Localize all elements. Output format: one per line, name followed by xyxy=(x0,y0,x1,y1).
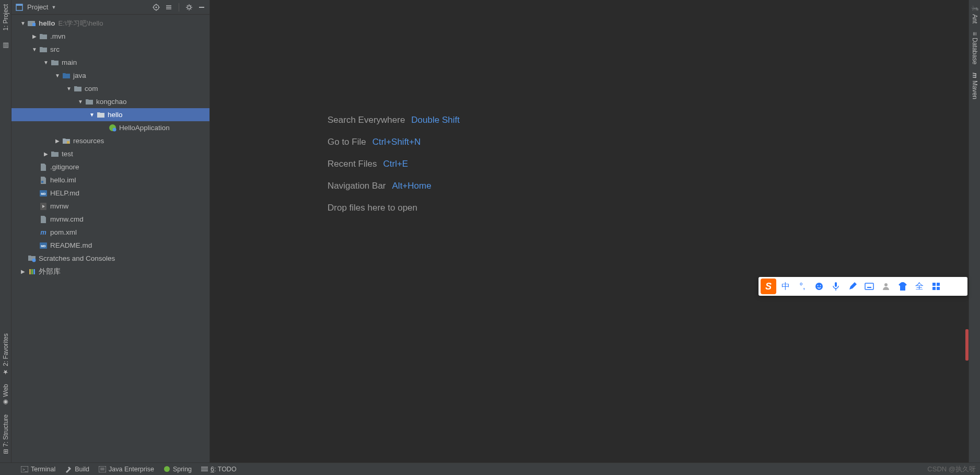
project-tree[interactable]: ▼ hello E:\学习吧\hello ▶ .mvn ▼ src ▼ main… xyxy=(11,15,209,462)
tree-main[interactable]: ▼ main xyxy=(11,56,209,69)
javaee-tool[interactable]: Java Enterprise xyxy=(99,466,154,473)
tree-label: src xyxy=(50,45,60,53)
tree-label: hello.iml xyxy=(50,176,76,184)
scrollbar-marker[interactable] xyxy=(965,329,969,361)
file-icon xyxy=(39,215,48,224)
chevron-down-icon[interactable]: ▼ xyxy=(76,99,85,105)
hint-recent: Recent Files Ctrl+E xyxy=(328,159,460,169)
target-icon[interactable] xyxy=(151,3,161,12)
todo-icon xyxy=(201,466,208,472)
tree-label: kongchao xyxy=(96,98,127,106)
tree-kongchao[interactable]: ▼ kongchao xyxy=(11,95,209,108)
maven-tool-tab[interactable]: m Maven xyxy=(970,68,979,103)
folder-icon xyxy=(39,45,48,54)
structure-icon: ⊞ xyxy=(2,449,9,454)
minimize-icon[interactable] xyxy=(197,3,206,12)
package-icon xyxy=(73,84,83,94)
favorites-tool-label: 2: Favorites xyxy=(2,333,9,366)
tree-label: pom.xml xyxy=(50,228,77,236)
favorites-tool-tab[interactable]: ★ 2: Favorites xyxy=(1,329,10,380)
chevron-down-icon[interactable]: ▼ xyxy=(19,20,27,26)
ime-keyboard-button[interactable] xyxy=(862,279,877,294)
javaee-label: Java Enterprise xyxy=(109,466,154,473)
tree-hello-app[interactable]: HelloApplication xyxy=(11,121,209,134)
tree-test[interactable]: ▶ test xyxy=(11,147,209,160)
chevron-down-icon[interactable]: ▼ xyxy=(51,5,56,10)
tree-label: test xyxy=(62,150,73,158)
project-panel-title[interactable]: Project xyxy=(27,3,48,11)
sogou-logo-icon[interactable]: S xyxy=(761,279,776,294)
tree-external[interactable]: ▶ 外部库 xyxy=(11,265,209,278)
ime-lang-button[interactable]: 中 xyxy=(778,279,793,294)
chevron-down-icon[interactable]: ▼ xyxy=(65,86,73,91)
ime-emoji-button[interactable] xyxy=(812,279,826,294)
project-tool-tab[interactable]: 1: Project xyxy=(1,0,10,35)
ime-skin-button[interactable] xyxy=(895,279,910,294)
ime-toolbar[interactable]: S 中 °, 全 xyxy=(759,277,967,296)
tree-iml[interactable]: hello.iml xyxy=(11,173,209,187)
chevron-down-icon[interactable]: ▼ xyxy=(42,60,50,65)
package-icon xyxy=(85,97,94,107)
maven-file-icon: m xyxy=(39,228,48,237)
folder-stack-icon[interactable]: ▥ xyxy=(2,41,9,49)
tree-label: HELP.md xyxy=(50,189,79,197)
svg-point-42 xyxy=(164,466,170,472)
resources-folder-icon xyxy=(62,136,71,146)
tree-pom[interactable]: m pom.xml xyxy=(11,226,209,239)
tree-java[interactable]: ▼ java xyxy=(11,69,209,82)
structure-tool-tab[interactable]: ⊞ 7: Structure xyxy=(1,410,10,458)
chevron-right-icon[interactable]: ▶ xyxy=(53,138,62,144)
chevron-down-icon[interactable]: ▼ xyxy=(30,47,39,52)
tree-mvnw[interactable]: mvnw xyxy=(11,200,209,213)
ime-punct-button[interactable]: °, xyxy=(795,279,810,294)
collapse-all-icon[interactable] xyxy=(164,3,173,12)
svg-text:MD: MD xyxy=(41,192,46,195)
svg-point-48 xyxy=(820,285,821,286)
spring-label: Spring xyxy=(173,466,192,473)
tree-src[interactable]: ▼ src xyxy=(11,43,209,56)
tree-resources[interactable]: ▶ resources xyxy=(11,134,209,147)
tree-hello-pkg[interactable]: ▼ hello xyxy=(11,108,209,121)
tree-help[interactable]: MD HELP.md xyxy=(11,187,209,200)
source-folder-icon xyxy=(62,71,71,80)
project-tool-label: 1: Project xyxy=(2,4,9,31)
svg-line-18 xyxy=(187,8,188,9)
web-tool-tab[interactable]: ◉ Web xyxy=(1,380,10,410)
hint-shortcut: Alt+Home xyxy=(392,181,431,191)
ant-icon: 🐜 xyxy=(971,4,978,12)
tree-scratches[interactable]: Scratches and Consoles xyxy=(11,252,209,265)
todo-tool[interactable]: 6: TODO xyxy=(201,466,237,473)
ime-full-button[interactable]: 全 xyxy=(912,279,927,294)
hint-shortcut: Ctrl+E xyxy=(383,159,408,169)
tree-mvnwcmd[interactable]: mvnw.cmd xyxy=(11,213,209,226)
chevron-right-icon[interactable]: ▶ xyxy=(42,151,50,157)
hint-label: Drop files here to open xyxy=(328,203,417,213)
build-tool[interactable]: Build xyxy=(65,466,89,473)
tree-readme[interactable]: MD README.md xyxy=(11,239,209,252)
editor-area[interactable]: Search Everywhere Double Shift Go to Fil… xyxy=(210,0,969,462)
svg-rect-51 xyxy=(865,283,873,289)
ime-user-button[interactable] xyxy=(879,279,893,294)
chevron-down-icon[interactable]: ▼ xyxy=(88,112,96,118)
tree-com[interactable]: ▼ com xyxy=(11,82,209,95)
tree-label: com xyxy=(85,85,98,92)
database-tool-tab[interactable]: ≡ Database xyxy=(970,28,979,68)
terminal-tool[interactable]: >_ Terminal xyxy=(21,466,55,473)
chevron-right-icon[interactable]: ▶ xyxy=(19,269,27,274)
hint-label: Navigation Bar xyxy=(328,181,386,191)
spring-tool[interactable]: Spring xyxy=(164,466,192,473)
ime-pen-button[interactable] xyxy=(845,279,860,294)
star-icon: ★ xyxy=(2,368,9,376)
gear-icon[interactable] xyxy=(184,3,194,12)
tree-root[interactable]: ▼ hello E:\学习吧\hello xyxy=(11,17,209,30)
svg-point-24 xyxy=(112,128,116,132)
chevron-down-icon[interactable]: ▼ xyxy=(53,73,62,78)
ant-tool-tab[interactable]: 🐜 Ant xyxy=(970,0,979,28)
ime-grid-button[interactable] xyxy=(929,279,943,294)
ime-mic-button[interactable] xyxy=(829,279,843,294)
markdown-icon: MD xyxy=(39,241,48,250)
tree-gitignore[interactable]: .gitignore xyxy=(11,160,209,173)
chevron-right-icon[interactable]: ▶ xyxy=(30,33,39,39)
divider xyxy=(179,3,179,11)
tree-mvn[interactable]: ▶ .mvn xyxy=(11,30,209,43)
